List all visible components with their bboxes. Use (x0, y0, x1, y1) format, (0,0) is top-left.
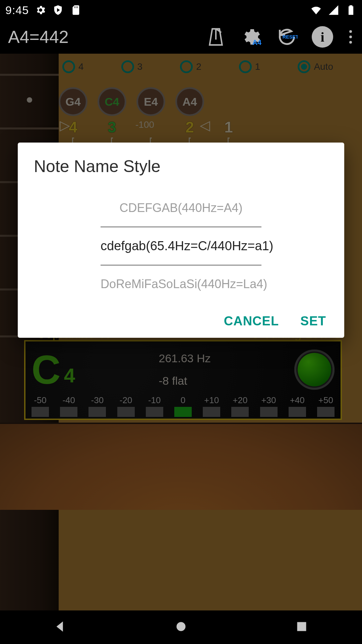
recent-apps-button[interactable] (294, 619, 309, 636)
wifi-icon (310, 4, 322, 16)
sd-card-icon (70, 4, 81, 16)
back-button[interactable] (53, 619, 68, 636)
cell-signal-icon (328, 4, 339, 16)
gear-icon (35, 4, 46, 16)
home-button[interactable] (173, 619, 189, 636)
svg-text:A4: A4 (252, 39, 261, 47)
picker-option-0[interactable]: CDEFGAB(440Hz=A4) (101, 190, 261, 226)
svg-rect-3 (297, 622, 306, 631)
overflow-menu-icon[interactable] (347, 30, 354, 44)
cancel-button[interactable]: CANCEL (224, 314, 279, 328)
status-clock: 9:45 (5, 4, 29, 17)
settings-a4-icon[interactable]: A4 (241, 26, 262, 48)
reset-icon[interactable]: RESET (276, 26, 298, 48)
info-icon[interactable]: i (312, 26, 333, 48)
status-bar: 9:45 (0, 0, 362, 20)
note-name-style-dialog: Note Name Style CDEFGAB(440Hz=A4) cdefga… (18, 143, 344, 338)
battery-icon (345, 4, 357, 16)
dialog-title: Note Name Style (34, 157, 328, 176)
play-protect-icon (52, 4, 64, 16)
metronome-icon[interactable] (205, 26, 227, 48)
picker-option-2[interactable]: DoReMiFaSoLaSi(440Hz=La4) (101, 266, 261, 303)
system-nav-bar (0, 610, 362, 644)
app-bar-title: A4=442 (8, 27, 202, 47)
set-button[interactable]: SET (300, 314, 326, 328)
picker-option-1[interactable]: cdefgab(65.4Hz=C/440Hz=a1) (101, 226, 261, 266)
note-style-picker[interactable]: CDEFGAB(440Hz=A4) cdefgab(65.4Hz=C/440Hz… (34, 190, 328, 303)
svg-point-2 (177, 622, 186, 631)
app-bar: A4=442 A4 RESET i (0, 20, 362, 54)
svg-text:RESET: RESET (283, 34, 298, 40)
